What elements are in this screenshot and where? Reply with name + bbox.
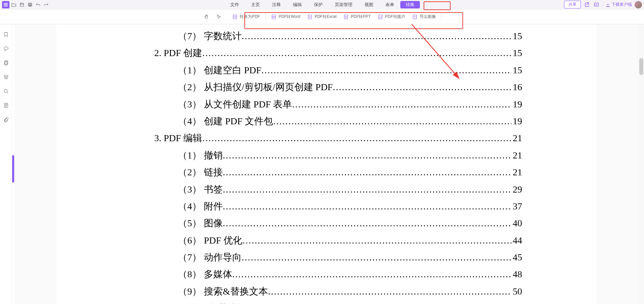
download-client-button[interactable]: 下载客户端 <box>606 2 632 7</box>
pages-panel-icon[interactable] <box>3 59 9 66</box>
toc-page-number: 15 <box>511 62 522 79</box>
file-image-icon <box>378 14 383 20</box>
save-icon[interactable] <box>18 1 26 8</box>
scrollbar-thumb[interactable] <box>639 58 643 75</box>
pdf-to-excel-label: PDF转Excel <box>315 14 337 20</box>
layers-panel-icon[interactable] <box>3 74 9 80</box>
toc-page-number: 19 <box>511 96 522 113</box>
tab-view[interactable]: 视图 <box>358 0 379 9</box>
tab-page-management[interactable]: 页面管理 <box>329 0 358 9</box>
toc-page-number: 15 <box>511 28 522 45</box>
toc-entry[interactable]: （1） 撤销..................................… <box>56 147 596 164</box>
toc-entry[interactable]: （4） 创建 PDF 文件包..........................… <box>56 113 596 130</box>
toc-entry[interactable]: （7） 动作导向................................… <box>56 249 596 266</box>
pdf-to-excel-button[interactable]: PDF转Excel <box>304 12 339 21</box>
tab-edit[interactable]: 编辑 <box>287 0 308 9</box>
tab-convert[interactable]: 转换 <box>400 1 420 8</box>
user-avatar[interactable] <box>635 1 642 8</box>
tab-protect[interactable]: 保护 <box>308 0 329 9</box>
toc-page-number: 16 <box>511 79 522 96</box>
file-word-icon <box>271 14 276 20</box>
toc-title: （1） 撤销 <box>56 147 223 164</box>
vertical-scrollbar[interactable] <box>639 24 644 304</box>
tab-form[interactable]: 表单 <box>379 0 400 9</box>
toc-leader-dots: ........................................… <box>223 198 511 215</box>
svg-rect-10 <box>344 15 348 19</box>
tab-file[interactable]: 文件 <box>224 0 245 9</box>
print-icon[interactable] <box>26 1 34 8</box>
toc-entry[interactable]: （6） PDF 优化..............................… <box>56 232 596 249</box>
toc-entry[interactable]: 2. PDF 创建...............................… <box>56 45 596 61</box>
redo-icon[interactable] <box>43 1 50 8</box>
convert-to-pdf-button[interactable]: 转换为PDF <box>230 12 263 21</box>
toc-page-number: 19 <box>511 113 522 130</box>
toc-entry[interactable]: （9） 搜索&替换文本.............................… <box>56 283 596 300</box>
download-label: 下载客户端 <box>612 2 632 7</box>
toc-entry[interactable]: （1） 创建空白 PDF............................… <box>56 62 596 79</box>
toc-page-number: 21 <box>511 130 522 147</box>
toc-page-number: 50 <box>511 283 522 300</box>
presentation-icon[interactable] <box>593 1 600 8</box>
toc-entry[interactable]: （2） 从扫描仪/剪切板/网页创建 PDF...................… <box>56 79 596 96</box>
tab-home[interactable]: 主页 <box>245 0 266 9</box>
toc-entry[interactable]: （4） 附件..................................… <box>56 198 596 215</box>
toc-leader-dots: ........................................… <box>223 215 511 232</box>
file-pdf-icon <box>232 14 238 20</box>
toc-title: （8） 多媒体 <box>56 266 232 283</box>
toc-title: （1） 创建空白 PDF <box>56 62 261 79</box>
toc-entry[interactable]: （2） 链接..................................… <box>56 164 596 181</box>
svg-rect-1 <box>4 4 8 5</box>
toc-entry[interactable]: （5） 图像..................................… <box>56 215 596 232</box>
toc-title: （5） 图像 <box>56 215 223 232</box>
main-menu-tabs: 文件 主页 注释 编辑 保护 页面管理 视图 表单 转换 <box>224 0 420 9</box>
toc-page-number: 21 <box>511 147 522 164</box>
toc-page-number: 44 <box>511 232 522 249</box>
document-viewport[interactable]: （7） 字数统计................................… <box>14 24 639 304</box>
toc-entry[interactable]: （3） 从文件创建 PDF 表单........................… <box>56 96 596 113</box>
toc-leader-dots: ........................................… <box>261 62 511 79</box>
toc-title: （9） 搜索&替换文本 <box>56 283 268 300</box>
toc-leader-dots: ........................................… <box>202 45 511 61</box>
svg-rect-0 <box>4 3 8 4</box>
toc-entry[interactable]: （8） 多媒体.................................… <box>56 266 596 283</box>
toc-entry[interactable]: （10） 段落编辑...............................… <box>56 300 596 304</box>
ribbon-toolbar: 转换为PDF PDF转Word PDF转Excel PDF转PPT PDF转图片… <box>0 9 644 24</box>
comment-panel-icon[interactable] <box>3 45 9 52</box>
toc-page-number: 15 <box>511 45 522 61</box>
form-panel-icon[interactable] <box>3 102 9 109</box>
export-image-button[interactable]: 导出图像 <box>409 12 438 21</box>
attachment-panel-icon[interactable] <box>3 116 9 123</box>
pdf-to-word-button[interactable]: PDF转Word <box>268 12 303 21</box>
menu-button[interactable] <box>2 1 9 8</box>
file-excel-icon <box>307 14 313 20</box>
pdf-to-ppt-button[interactable]: PDF转PPT <box>341 12 373 21</box>
convert-to-pdf-label: 转换为PDF <box>240 14 260 20</box>
bookmark-panel-icon[interactable] <box>3 31 9 38</box>
search-panel-icon[interactable] <box>3 88 9 95</box>
toc-entry[interactable]: （3） 书签..................................… <box>56 181 596 198</box>
toc-title: （4） 创建 PDF 文件包 <box>56 113 273 130</box>
toc-entry[interactable]: 3. PDF 编辑...............................… <box>56 130 596 147</box>
share-button[interactable]: 共享 <box>564 1 581 8</box>
open-icon[interactable] <box>10 1 18 8</box>
toc-page-number: 51 <box>511 300 522 304</box>
svg-point-18 <box>4 90 7 93</box>
export-icon[interactable] <box>584 1 590 8</box>
toc-title: （4） 附件 <box>56 198 223 215</box>
cursor-icon <box>216 14 221 20</box>
toc-leader-dots: ........................................… <box>223 164 511 181</box>
pdf-to-word-label: PDF转Word <box>278 14 300 20</box>
toc-title: （10） 段落编辑 <box>56 300 246 304</box>
tab-comment[interactable]: 注释 <box>266 0 287 9</box>
svg-point-11 <box>345 16 347 18</box>
top-toolbar: 文件 主页 注释 编辑 保护 页面管理 视图 表单 转换 共享 下载客户端 <box>0 0 644 9</box>
svg-point-15 <box>4 47 8 50</box>
toc-entry[interactable]: （7） 字数统计................................… <box>56 28 596 45</box>
select-tool[interactable] <box>213 13 224 21</box>
toc-title: 3. PDF 编辑 <box>56 130 202 147</box>
hand-tool[interactable] <box>201 13 212 21</box>
undo-icon[interactable] <box>34 1 42 8</box>
toc-title: （2） 链接 <box>56 164 223 181</box>
pdf-to-image-button[interactable]: PDF转图片 <box>375 12 408 21</box>
toc-title: （7） 动作导向 <box>56 249 242 266</box>
